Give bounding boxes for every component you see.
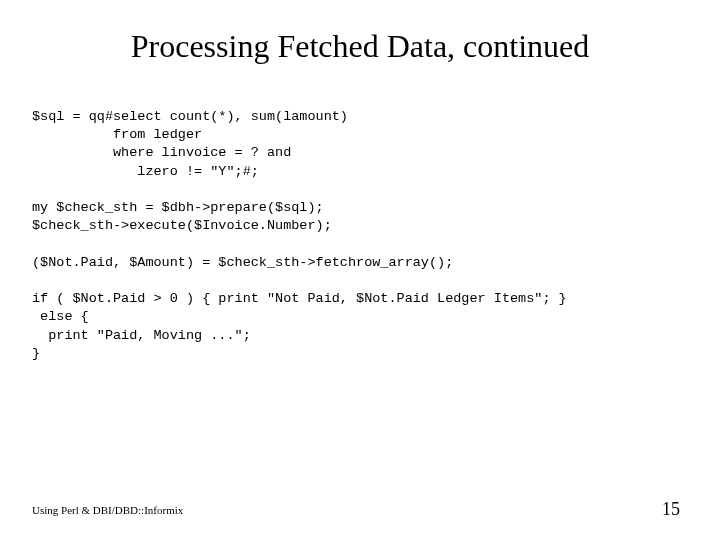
code-block: $sql = qq#select count(*), sum(lamount) … xyxy=(32,108,688,363)
page-number: 15 xyxy=(662,499,680,520)
footer-text: Using Perl & DBI/DBD::Informix xyxy=(32,504,183,516)
slide-title: Processing Fetched Data, continued xyxy=(0,28,720,65)
slide: Processing Fetched Data, continued $sql … xyxy=(0,0,720,540)
